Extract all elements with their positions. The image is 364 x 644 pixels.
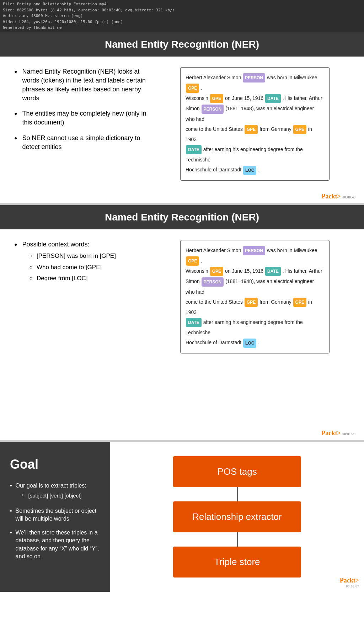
- tag2-date-2: DATE: [186, 318, 202, 327]
- tag-person-2: PERSON: [202, 105, 224, 114]
- slide2-right: Herbert Alexander Simon PERSON was born …: [160, 240, 350, 353]
- slide2-sub-2: Who had come to [GPE]: [29, 263, 116, 272]
- slide2-bullet-list: Possible context words: [PERSON] was bor…: [14, 240, 149, 286]
- flowchart-box-3: Triple store: [173, 547, 301, 578]
- slide2-bullet-context: Possible context words: [PERSON] was bor…: [14, 240, 149, 286]
- slide2-content: Possible context words: [PERSON] was bor…: [0, 229, 364, 364]
- flowchart: POS tags Relationship extractor Triple s…: [173, 456, 301, 578]
- flowchart-arrow-1: [237, 487, 238, 501]
- slide1-content: Named Entity Recognition (NER) looks at …: [0, 57, 364, 191]
- slide3-sub-list-1: [subject] [verb] [object]: [16, 492, 86, 499]
- file-info-line5: Generated by Thumbnail me: [3, 25, 361, 31]
- file-info-line2: Size: 8825606 bytes (8.42 MiB), duration…: [3, 7, 361, 14]
- tag2-date-1: DATE: [265, 267, 281, 276]
- slide2-sub-3: Degree from [LOC]: [29, 274, 116, 283]
- file-info-line3: Audio: aac, 48000 Hz, stereo (eng): [3, 13, 361, 19]
- tag2-person-1: PERSON: [243, 246, 265, 255]
- slide1-bullet-list: Named Entity Recognition (NER) looks at …: [14, 67, 149, 152]
- flowchart-arrow-2: [237, 532, 238, 547]
- tag-gpe-4: GPE: [293, 125, 306, 134]
- slide2-sub-1: [PERSON] was born in [GPE]: [29, 252, 116, 260]
- slide1-bullet-3: So NER cannot use a simple dictionary to…: [14, 134, 149, 151]
- tag-gpe-2: GPE: [210, 94, 223, 103]
- slide2-title: Named Entity Recognition (NER): [105, 212, 259, 223]
- slide3-bullet-2: Sometimes the subject or object will be …: [10, 507, 100, 523]
- slide3-bullet-1: Our goal is to extract triples: [subject…: [10, 482, 100, 501]
- ner-box-1: Herbert Alexander Simon PERSON was born …: [180, 67, 330, 181]
- slide3-right: POS tags Relationship extractor Triple s…: [110, 442, 364, 592]
- slide3-packt-logo: Packt> 00:03:07: [340, 577, 359, 588]
- slide1-title: Named Entity Recognition (NER): [105, 39, 259, 50]
- slide2-sub-list: [PERSON] was born in [GPE] Who had come …: [22, 252, 116, 283]
- slide3-left: Goal Our goal is to extract triples: [su…: [0, 442, 110, 592]
- ner-box-2: Herbert Alexander Simon PERSON was born …: [180, 240, 330, 353]
- slide3-bullet-list: Our goal is to extract triples: [subject…: [10, 482, 100, 561]
- slide-3: Goal Our goal is to extract triples: [su…: [0, 442, 364, 592]
- tag2-gpe-2: GPE: [210, 267, 223, 276]
- slide2-left: Possible context words: [PERSON] was bor…: [14, 240, 149, 353]
- slide2-header: Named Entity Recognition (NER): [0, 205, 364, 229]
- slide-1: Named Entity Recognition (NER) Named Ent…: [0, 32, 364, 203]
- slide2-packt: Packt> 00:01:29: [0, 428, 364, 440]
- tag2-gpe-4: GPE: [293, 298, 306, 307]
- slide-2: Named Entity Recognition (NER) Possible …: [0, 205, 364, 440]
- slide1-header: Named Entity Recognition (NER): [0, 32, 364, 57]
- tag-loc-1: LOC: [243, 166, 256, 175]
- slide1-packt: Packt> 00:00:49: [0, 191, 364, 203]
- file-info-bar: File: Entity and Relationship Extraction…: [0, 0, 364, 32]
- slide1-bullet-1: Named Entity Recognition (NER) looks at …: [14, 67, 149, 103]
- tag2-person-2: PERSON: [202, 277, 224, 287]
- flowchart-box-2: Relationship extractor: [173, 501, 301, 532]
- tag-person-1: PERSON: [243, 73, 265, 83]
- tag-gpe-3: GPE: [245, 125, 258, 134]
- slide1-right: Herbert Alexander Simon PERSON was born …: [160, 67, 350, 181]
- goal-title: Goal: [10, 455, 100, 474]
- tag-gpe-1: GPE: [186, 84, 199, 93]
- slide2-spacer: [0, 364, 364, 428]
- flowchart-box-1: POS tags: [173, 456, 301, 487]
- tag2-gpe-3: GPE: [245, 298, 258, 307]
- slide1-left: Named Entity Recognition (NER) looks at …: [14, 67, 149, 181]
- slide1-bullet-2: The entities may be completely new (only…: [14, 109, 149, 127]
- tag2-gpe-1: GPE: [186, 256, 199, 266]
- slide3-sub-1: [subject] [verb] [object]: [22, 492, 86, 499]
- file-info-line1: File: Entity and Relationship Extraction…: [3, 1, 361, 7]
- tag2-loc-1: LOC: [243, 339, 256, 348]
- slide3-bullet-3: We’ll then store these triples in a data…: [10, 529, 100, 561]
- tag-date-2: DATE: [186, 145, 202, 154]
- file-info-line4: Video: h264, yuv420p, 1920x1080, 15.00 f…: [3, 19, 361, 25]
- tag-date-1: DATE: [265, 94, 281, 103]
